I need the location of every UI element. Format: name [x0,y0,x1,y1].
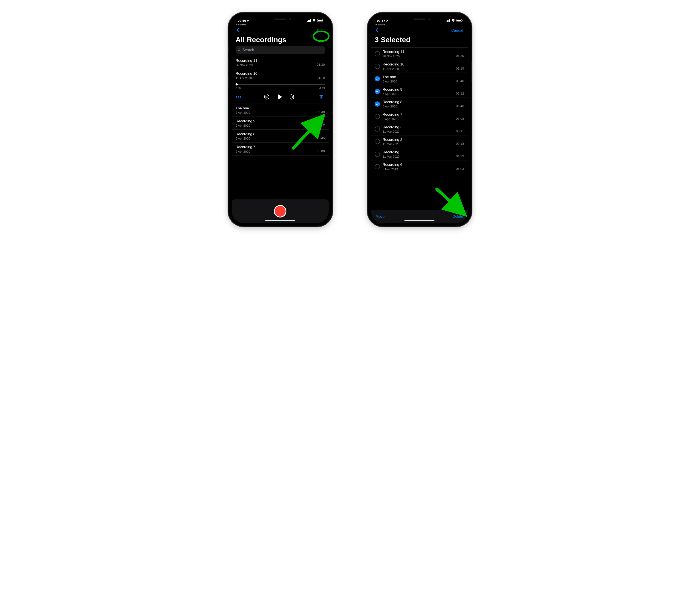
selection-checkbox[interactable] [375,151,380,157]
recording-title: Recording 8 [236,132,314,136]
notch [259,16,302,22]
selection-checkbox[interactable] [375,164,380,169]
recording-row[interactable]: Recording 96 Apr 202006:12 [371,85,468,98]
search-input[interactable]: Search [236,46,325,54]
play-button[interactable] [276,93,284,101]
home-indicator[interactable] [404,220,434,221]
recording-title: Recording 9 [236,119,314,123]
recording-row[interactable]: Recording11 Mar 202004:29 [371,148,468,161]
delete-button[interactable]: Delete [453,215,463,219]
recording-date: 26 Nov 2020 [236,63,314,67]
screen: 09:56 ➤ Search Edit All Recordings Searc… [232,16,329,223]
skip-back-15-button[interactable]: 15 [263,93,270,101]
phone-left: 09:56 ➤ Search Edit All Recordings Searc… [228,13,332,226]
selection-checkbox[interactable] [375,102,380,107]
svg-text:15: 15 [292,96,294,98]
trash-icon [319,94,323,100]
scrubber-position: 0:00 [236,87,241,90]
recording-row[interactable]: Recording 76 Apr 202005:08 [232,143,329,155]
recording-date: 6 Apr 2020 [236,111,314,114]
volume-up-button [227,58,228,72]
recording-title: Recording 7 [236,145,314,149]
recording-title: Recording 3 [382,125,453,130]
svg-line-1 [240,50,241,51]
recording-title: The one [382,75,453,79]
recording-row[interactable]: The one6 Apr 202009:40 [232,104,329,117]
edit-button[interactable]: Edit [316,28,325,34]
edit-toolbar: Move Delete [371,210,468,223]
recording-date: 8 Nov 2019 [382,168,453,171]
record-button[interactable] [274,205,287,218]
recording-row[interactable]: Recording 86 Apr 202006:45 [371,98,468,110]
inline-player: 0:00-1:19•••1515 [232,82,329,104]
search-placeholder: Search [242,48,254,52]
recording-date: 6 Apr 2020 [382,80,453,83]
recording-row[interactable]: The one6 Apr 202009:40 [371,73,468,85]
recording-title: Recording 11 [382,50,453,54]
recording-row[interactable]: Recording 211 Mar 202000:18 [371,136,468,148]
side-button [332,61,333,82]
recording-title: Recording 10 [236,71,314,76]
recording-title: Recording 2 [382,137,453,142]
recording-duration: 05:08 [456,117,464,121]
recording-row[interactable]: Recording 1011 Apr 202001:19 [371,60,468,73]
status-time: 09:57 [377,19,385,22]
recording-row[interactable]: Recording 1126 Nov 202001:30 [232,56,329,69]
selection-checkbox[interactable] [375,114,380,119]
recording-title: Recording 7 [382,112,453,117]
selection-checkbox[interactable] [375,126,380,132]
recording-row[interactable]: Recording 86 Apr 202006:45 [232,130,329,143]
recording-row[interactable]: Recording 1126 Nov 202001:30 [371,47,468,60]
volume-up-button [367,58,368,72]
recording-duration: 09:40 [456,79,464,83]
notch [398,16,441,22]
recording-date: 26 Nov 2020 [382,55,453,58]
recording-row[interactable]: Recording 76 Apr 202005:08 [371,110,468,123]
recording-duration: 00:18 [456,142,464,146]
recording-date: 6 Apr 2020 [236,137,314,140]
recording-row[interactable]: Recording 68 Nov 201901:03 [371,161,468,173]
recordings-list: Recording 1126 Nov 202001:30Recording 10… [371,47,468,210]
status-bar: 09:57 ➤ [371,16,468,24]
recording-duration: 05:08 [317,149,325,153]
trash-button[interactable] [318,93,325,101]
back-button[interactable] [375,28,379,33]
phone-right: 09:57 ➤ Search Cancel 3 Selected Recordi… [368,13,472,226]
side-button [472,61,473,82]
recording-title: Recording 6 [382,162,453,167]
scrubber[interactable] [236,83,325,86]
selection-checkbox[interactable] [375,76,380,81]
volume-down-button [367,75,368,88]
cancel-button[interactable]: Cancel [450,28,464,34]
recording-duration: 01:30 [456,54,464,58]
scrubber-remaining: -1:19 [319,87,325,90]
mute-switch [227,45,228,53]
mute-switch [367,45,368,53]
battery-icon [317,19,323,22]
move-button[interactable]: Move [376,215,385,219]
screen: 09:57 ➤ Search Cancel 3 Selected Recordi… [371,16,468,223]
page-title: All Recordings [232,35,329,46]
recording-date: 6 Apr 2020 [382,92,453,95]
recording-date: 6 Apr 2020 [382,105,453,108]
recording-title: Recording 11 [236,58,314,63]
selection-checkbox[interactable] [375,139,380,144]
recording-row[interactable]: Recording 96 Apr 202006:12 [232,117,329,130]
selection-checkbox[interactable] [375,64,380,69]
recording-row[interactable]: Recording 1011 Apr 202001:19 [232,69,329,82]
back-button[interactable] [236,28,240,33]
more-options-button[interactable]: ••• [236,94,242,100]
recording-duration: 09:40 [317,110,325,114]
skip-forward-15-button[interactable]: 15 [290,93,297,101]
recording-duration: 06:45 [317,136,325,140]
recording-duration: 01:19 [456,66,464,70]
home-indicator[interactable] [265,220,295,221]
selection-checkbox[interactable] [375,89,380,94]
status-bar: 09:56 ➤ [232,16,329,24]
recording-row[interactable]: Recording 311 Mar 202000:11 [371,123,468,136]
volume-down-button [227,75,228,88]
record-footer [232,199,329,223]
recording-date: 6 Apr 2020 [236,150,314,153]
selection-checkbox[interactable] [375,51,380,56]
recording-date: 11 Mar 2020 [382,155,453,158]
